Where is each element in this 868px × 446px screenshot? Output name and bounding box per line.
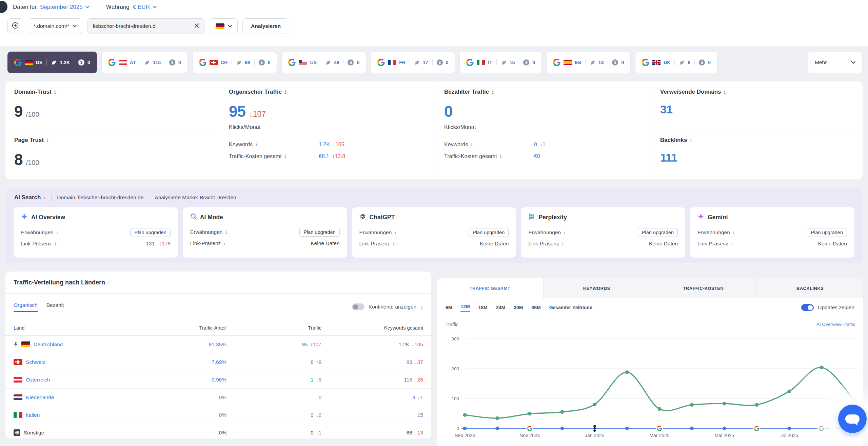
range-6m[interactable]: 6M	[446, 305, 452, 310]
chart-tab-traffic-gesamt[interactable]: TRAFFIC GESAMT	[437, 278, 543, 298]
info-icon[interactable]: i	[54, 241, 57, 246]
divider	[694, 59, 695, 66]
ai-card-chatgpt: ChatGPTErwähnungeniPlan upgradenLink-Prä…	[352, 207, 516, 258]
range-30m[interactable]: 30M	[514, 305, 523, 310]
info-icon[interactable]: i	[56, 230, 59, 235]
analyze-button[interactable]: Analysieren	[242, 18, 289, 34]
traffic-table-body: Deutschland91.35%95↓1071.2K↓105Schweiz7.…	[5, 336, 431, 439]
info-icon[interactable]: i	[732, 230, 735, 235]
info-icon[interactable]: i	[491, 90, 494, 95]
country-link[interactable]: Österreich	[26, 377, 50, 383]
upgrade-plan-button[interactable]: Plan upgraden	[299, 228, 339, 237]
app-logo-partial[interactable]	[0, 1, 7, 13]
table-row-italien[interactable]: Italien0%0↓215	[5, 406, 431, 424]
timeline-dot[interactable]	[463, 427, 467, 430]
google-icon	[14, 59, 22, 66]
info-icon[interactable]: i	[731, 241, 733, 246]
chart-tab-keywords[interactable]: KEYWORDS	[543, 278, 650, 298]
country-tab-ch[interactable]: CH88$0	[192, 52, 277, 73]
divider	[343, 59, 343, 66]
table-row-österreich[interactable]: Österreich0.96%1↓5115↓26	[5, 371, 431, 389]
country-link[interactable]: Deutschland	[34, 341, 63, 348]
country-tab-es[interactable]: ES13$0	[546, 52, 631, 73]
chart-tab-backlinks[interactable]: BACKLINKS	[756, 278, 863, 298]
ai-overview-traffic-link[interactable]: AI Overview-Traffic	[816, 322, 855, 327]
table-row-deutschland[interactable]: Deutschland91.35%95↓1071.2K↓105	[5, 336, 431, 353]
info-icon[interactable]: i	[724, 90, 726, 95]
es-flag-icon	[564, 60, 572, 65]
data-update-marker[interactable]	[593, 425, 596, 432]
info-icon[interactable]: i	[689, 138, 692, 143]
info-icon[interactable]: i	[255, 138, 258, 150]
traffic-share-value: 0%	[132, 412, 226, 418]
info-icon[interactable]: i	[499, 150, 502, 162]
country-tab-at[interactable]: AT115$0	[101, 52, 188, 73]
google-icon	[288, 59, 296, 66]
country-tab-fr[interactable]: FR17$0	[371, 52, 455, 73]
backlinks-value: 111	[660, 152, 677, 163]
clear-input-icon[interactable]	[194, 23, 199, 30]
info-icon[interactable]: i	[225, 230, 228, 235]
more-countries-button[interactable]: Mehr	[808, 52, 863, 73]
add-project-button[interactable]	[7, 18, 23, 34]
table-row-sonstige[interactable]: Sonstige0%0↓188↓13	[5, 424, 431, 439]
info-icon[interactable]: i	[392, 241, 395, 246]
country-tab-uk[interactable]: UK8$0	[635, 52, 717, 73]
range-24m[interactable]: 24M	[496, 305, 505, 310]
timeline-dot[interactable]	[690, 427, 694, 430]
period-select[interactable]: September 2025	[40, 4, 90, 11]
organic-count: 17	[423, 60, 428, 65]
country-tab-it[interactable]: IT15$0	[459, 52, 542, 73]
divider	[74, 59, 74, 66]
country-link[interactable]: Niederlande	[26, 394, 54, 401]
chat-widget-button[interactable]	[838, 405, 867, 433]
timeline-dot[interactable]	[625, 427, 629, 430]
country-flag-select[interactable]	[210, 18, 238, 34]
info-icon[interactable]: i	[284, 90, 287, 95]
link-presence-label: Link-Präsenzi	[21, 241, 57, 247]
chart-range-buttons: 6M12M18M24M30M36MGesamter Zeitraum	[446, 304, 592, 312]
timeline-dot[interactable]	[723, 427, 726, 430]
info-icon[interactable]: i	[420, 304, 423, 310]
table-tab-organisch[interactable]: Organisch	[14, 302, 38, 312]
info-icon[interactable]: i	[54, 90, 57, 95]
info-icon[interactable]: i	[561, 241, 564, 246]
updates-toggle[interactable]	[801, 304, 814, 311]
range-12m[interactable]: 12M	[460, 304, 470, 312]
upgrade-plan-button[interactable]: Plan upgraden	[807, 228, 847, 237]
country-link[interactable]: Schweiz	[26, 359, 45, 365]
domain-search-input[interactable]: liebscher-bracht-dresden.d	[87, 18, 205, 34]
svg-text:0: 0	[456, 426, 459, 431]
range-gesamter-zeitraum[interactable]: Gesamter Zeitraum	[549, 305, 593, 310]
country-tab-us[interactable]: US49$0	[281, 52, 366, 73]
range-36m[interactable]: 36M	[531, 305, 540, 310]
table-tab-bezahlt[interactable]: Bezahlt	[46, 302, 64, 312]
info-icon[interactable]: i	[46, 138, 49, 143]
info-icon[interactable]: i	[563, 230, 566, 235]
timeline-dot[interactable]	[787, 427, 791, 430]
table-row-niederlande[interactable]: Niederlande0%03↓1	[5, 389, 431, 406]
range-18m[interactable]: 18M	[478, 305, 488, 310]
table-row-schweiz[interactable]: Schweiz7.69%8↑888↓37	[5, 353, 431, 371]
info-icon[interactable]: i	[394, 230, 397, 235]
upgrade-plan-button[interactable]: Plan upgraden	[130, 228, 170, 237]
info-icon[interactable]: i	[107, 280, 110, 285]
info-icon[interactable]: i	[43, 195, 46, 200]
country-link[interactable]: Sonstige	[24, 430, 44, 436]
currency-select[interactable]: € EUR	[133, 4, 157, 11]
country-link[interactable]: Italien	[26, 412, 40, 418]
info-icon[interactable]: i	[470, 138, 473, 150]
info-icon[interactable]: i	[284, 150, 287, 162]
continents-toggle[interactable]	[352, 303, 364, 310]
timeline-dot[interactable]	[560, 427, 564, 430]
country-tab-de[interactable]: DE1.2K$0	[7, 52, 97, 73]
timeline-dot[interactable]	[495, 427, 499, 430]
ai-card-ai-mode: AI ModeErwähnungeniPlan upgradenLink-Prä…	[183, 207, 347, 258]
ai-cards-row: AI OverviewErwähnungeniPlan upgradenLink…	[14, 207, 854, 258]
chart-tab-traffic-kosten[interactable]: TRAFFIC-KOSTEN	[650, 278, 757, 298]
upgrade-plan-button[interactable]: Plan upgraden	[469, 228, 509, 237]
upgrade-plan-button[interactable]: Plan upgraden	[638, 228, 678, 237]
info-icon[interactable]: i	[223, 241, 226, 246]
traffic-cost-label: Traffic-Kosten gesamt	[444, 150, 497, 162]
domain-scope-select[interactable]: *.domain.com/*	[28, 18, 82, 34]
